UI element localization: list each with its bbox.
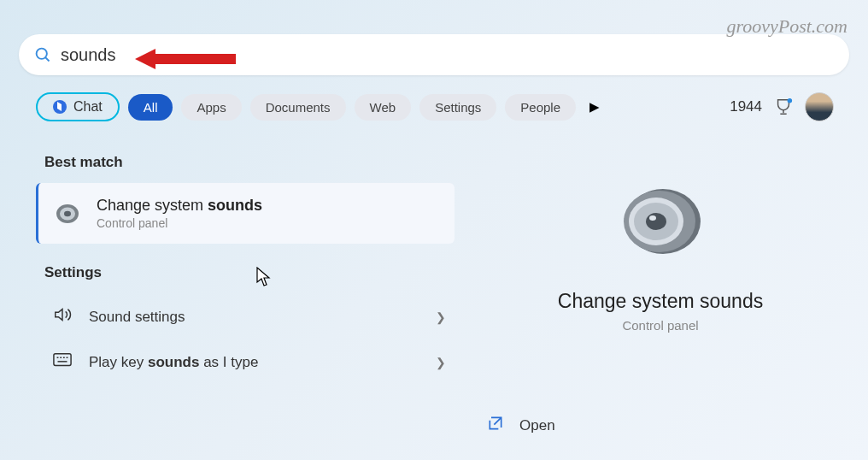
avatar[interactable] bbox=[805, 92, 834, 121]
watermark: groovyPost.com bbox=[726, 15, 847, 38]
svg-point-0 bbox=[37, 48, 47, 58]
chevron-right-icon: ❯ bbox=[436, 356, 446, 369]
settings-item-label: Sound settings bbox=[89, 309, 419, 326]
result-subtitle: Control panel bbox=[97, 216, 262, 230]
keyboard-icon bbox=[53, 352, 72, 372]
detail-subtitle: Control panel bbox=[622, 318, 698, 333]
filter-all[interactable]: All bbox=[128, 94, 173, 121]
rewards-badge-icon[interactable] bbox=[774, 97, 793, 116]
cursor-icon bbox=[256, 267, 272, 291]
settings-item-sound[interactable]: Sound settings ❯ bbox=[44, 293, 455, 340]
detail-title: Change system sounds bbox=[558, 290, 763, 313]
speaker-large-icon bbox=[613, 181, 707, 266]
settings-heading: Settings bbox=[36, 264, 455, 281]
bing-icon bbox=[53, 100, 67, 114]
chevron-right-icon: ❯ bbox=[436, 310, 446, 324]
chat-label: Chat bbox=[73, 99, 103, 115]
best-match-text: Change system sounds Control panel bbox=[97, 197, 262, 230]
svg-marker-2 bbox=[135, 49, 236, 69]
filter-apps[interactable]: Apps bbox=[181, 94, 241, 121]
filter-row: Chat All Apps Documents Web Settings Peo… bbox=[36, 92, 834, 121]
svg-point-6 bbox=[64, 210, 71, 216]
header-right-group: 1944 bbox=[730, 92, 834, 121]
settings-item-keysounds[interactable]: Play key sounds as I type ❯ bbox=[44, 340, 455, 384]
results-panel: Best match Change system sounds Control … bbox=[36, 154, 455, 384]
open-action[interactable]: Open bbox=[487, 415, 555, 436]
settings-list: Sound settings ❯ Play key sounds as I ty… bbox=[36, 293, 455, 384]
filter-people[interactable]: People bbox=[505, 94, 576, 121]
rewards-points[interactable]: 1944 bbox=[730, 98, 762, 115]
svg-point-17 bbox=[646, 213, 666, 230]
chat-button[interactable]: Chat bbox=[36, 92, 120, 121]
filter-settings[interactable]: Settings bbox=[419, 94, 496, 121]
best-match-result[interactable]: Change system sounds Control panel bbox=[36, 183, 455, 244]
annotation-arrow bbox=[135, 47, 238, 71]
result-title-bold: sounds bbox=[208, 197, 262, 214]
svg-rect-7 bbox=[54, 354, 71, 366]
filter-web[interactable]: Web bbox=[355, 94, 412, 121]
svg-point-18 bbox=[649, 215, 656, 221]
settings-item-label: Play key sounds as I type bbox=[89, 354, 419, 371]
search-icon bbox=[34, 46, 52, 64]
details-panel: Change system sounds Control panel bbox=[478, 154, 842, 333]
sound-icon bbox=[53, 305, 72, 328]
filter-documents[interactable]: Documents bbox=[250, 94, 346, 121]
svg-point-3 bbox=[788, 98, 793, 103]
open-label: Open bbox=[519, 417, 555, 434]
speaker-icon bbox=[54, 200, 81, 227]
best-match-heading: Best match bbox=[36, 154, 455, 171]
more-filters-icon[interactable]: ▶ bbox=[589, 99, 600, 115]
svg-line-1 bbox=[45, 57, 49, 61]
result-title-prefix: Change system bbox=[97, 197, 208, 214]
open-icon bbox=[487, 415, 504, 436]
